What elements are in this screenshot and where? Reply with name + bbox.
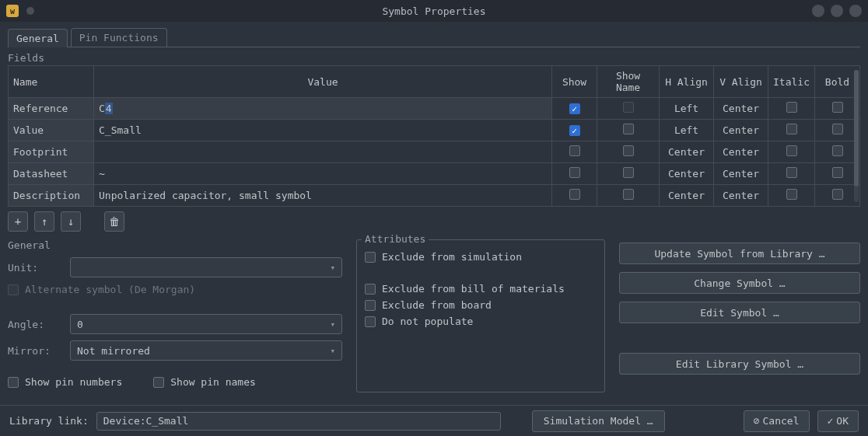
change-symbol-label: Change Symbol … [694,277,785,289]
edit-library-symbol-button[interactable]: Edit Library Symbol … [619,353,860,375]
mirror-select[interactable]: Not mirrored [70,340,342,361]
v-align-cell[interactable]: Center [714,98,768,120]
move-up-button[interactable]: ↑ [34,211,54,232]
add-field-button[interactable]: + [8,211,28,232]
bold-checkbox[interactable] [832,102,843,113]
field-name-cell[interactable]: Footprint [9,141,94,163]
show-checkbox[interactable] [569,125,580,136]
show-pin-numbers-checkbox[interactable] [8,377,19,388]
show-checkbox[interactable] [569,167,580,178]
col-v-align[interactable]: V Align [714,66,768,98]
dnp-checkbox[interactable] [365,316,376,327]
edit-symbol-button[interactable]: Edit Symbol … [619,302,860,323]
italic-checkbox[interactable] [786,167,797,178]
v-align-cell[interactable]: Center [714,185,768,207]
bold-checkbox[interactable] [832,167,843,178]
minimize-button[interactable] [812,5,824,17]
field-value-cell[interactable]: C_Small [94,120,552,141]
field-value-cell[interactable]: Unpolarized capacitor, small symbol [94,185,552,207]
show-name-checkbox[interactable] [623,189,634,200]
unit-label: Unit: [8,262,62,274]
maximize-button[interactable] [831,5,843,17]
italic-checkbox[interactable] [786,124,797,134]
bold-checkbox-cell [815,185,860,207]
italic-checkbox[interactable] [786,102,797,113]
update-symbol-button[interactable]: Update Symbol from Library … [619,242,860,264]
italic-checkbox[interactable] [786,189,797,200]
show-checkbox[interactable] [569,189,580,200]
italic-checkbox-cell [768,120,815,141]
italic-checkbox[interactable] [786,145,797,156]
show-name-checkbox[interactable] [623,145,634,156]
v-align-cell[interactable]: Center [714,163,768,185]
move-down-button[interactable]: ↓ [61,211,81,232]
exclude-bom-checkbox[interactable] [365,284,376,295]
ok-button[interactable]: ✓OK [817,410,859,432]
show-name-checkbox[interactable] [623,167,634,178]
field-name-cell[interactable]: Reference [9,98,94,120]
table-row[interactable]: ValueC_SmallLeftCenter [9,120,860,141]
show-checkbox[interactable] [569,145,580,156]
close-button[interactable] [849,5,862,17]
bold-checkbox[interactable] [832,189,843,200]
tab-pin-functions-label: Pin Functions [79,32,159,44]
h-align-cell[interactable]: Left [660,120,714,141]
delete-field-button[interactable]: 🗑 [104,211,124,232]
h-align-cell[interactable]: Left [660,98,714,120]
cancel-button[interactable]: ⊘Cancel [744,410,810,432]
v-align-cell[interactable]: Center [714,120,768,141]
titlebar: w Symbol Properties [0,0,868,22]
col-italic[interactable]: Italic [768,66,815,98]
bold-checkbox[interactable] [832,124,843,134]
col-bold[interactable]: Bold [815,66,860,98]
show-name-checkbox[interactable] [623,124,634,134]
table-row[interactable]: ReferenceC4LeftCenter [9,98,860,120]
v-align-cell[interactable]: Center [714,141,768,163]
plus-icon: + [15,215,21,228]
show-pin-numbers-label: Show pin numbers [25,376,122,388]
angle-select[interactable]: 0 [70,314,342,334]
fields-table: Name Value Show Show Name H Align V Alig… [8,65,860,207]
tab-general[interactable]: General [8,29,68,47]
field-name-cell[interactable]: Datasheet [9,163,94,185]
show-pin-names-checkbox[interactable] [153,377,164,388]
col-value[interactable]: Value [94,66,552,98]
exclude-sim-checkbox[interactable] [365,252,376,263]
show-name-checkbox-cell [597,141,660,163]
table-row[interactable]: Datasheet~CenterCenter [9,163,860,185]
unit-select[interactable] [70,257,342,277]
h-align-cell[interactable]: Center [660,185,714,207]
col-show-name[interactable]: Show Name [597,66,660,98]
table-row[interactable]: DescriptionUnpolarized capacitor, small … [9,185,860,207]
angle-value: 0 [77,319,83,330]
cancel-icon: ⊘ [754,415,760,427]
library-link-input[interactable]: Device:C_Small [96,412,501,431]
field-value-cell[interactable]: ~ [94,163,552,185]
field-name-cell[interactable]: Value [9,120,94,141]
bold-checkbox-cell [815,120,860,141]
field-value-cell[interactable] [94,141,552,163]
scrollbar-thumb[interactable] [854,70,859,187]
italic-checkbox-cell [768,141,815,163]
italic-checkbox-cell [768,185,815,207]
fields-scrollbar[interactable] [854,70,859,202]
col-show[interactable]: Show [552,66,597,98]
angle-label: Angle: [8,319,62,330]
field-value-cell[interactable]: C4 [94,98,552,120]
table-row[interactable]: FootprintCenterCenter [9,141,860,163]
simulation-model-button[interactable]: Simulation Model … [532,410,665,432]
bold-checkbox[interactable] [832,145,843,156]
show-checkbox[interactable] [569,103,580,114]
change-symbol-button[interactable]: Change Symbol … [619,272,860,294]
exclude-board-label: Exclude from board [382,299,492,311]
col-h-align[interactable]: H Align [660,66,714,98]
h-align-cell[interactable]: Center [660,141,714,163]
exclude-board-checkbox[interactable] [365,300,376,311]
tab-general-label: General [16,33,59,44]
h-align-cell[interactable]: Center [660,163,714,185]
show-checkbox-cell [552,120,597,141]
field-name-cell[interactable]: Description [9,185,94,207]
col-name[interactable]: Name [9,66,94,98]
tab-pin-functions[interactable]: Pin Functions [71,28,167,47]
italic-checkbox-cell [768,98,815,120]
